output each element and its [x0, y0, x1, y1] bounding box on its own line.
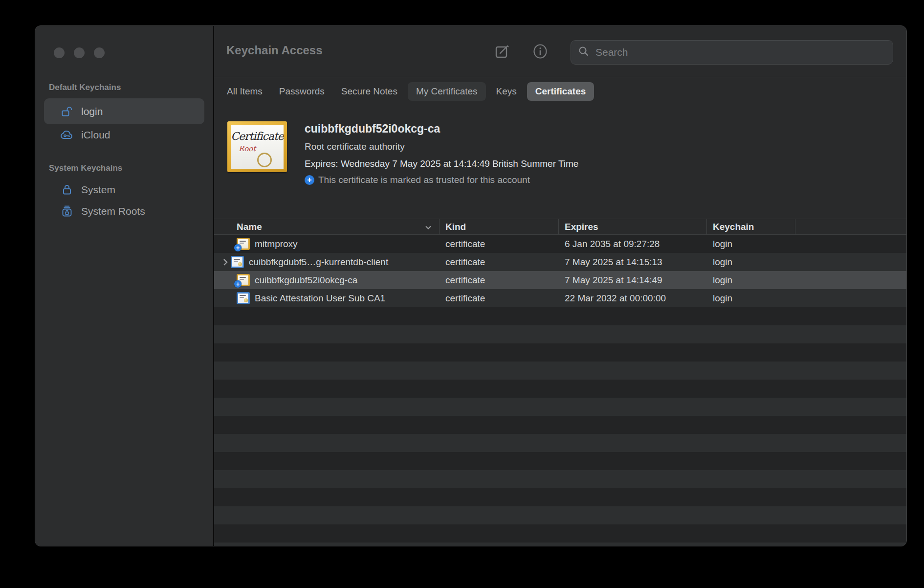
cell-kind: certificate [440, 239, 559, 249]
compose-icon [494, 43, 510, 61]
sidebar-item-label: iCloud [81, 129, 110, 141]
sidebar-section: Default KeychainsloginiCloud [35, 83, 213, 146]
column-header-kind[interactable]: Kind [440, 219, 559, 234]
tab-certificates[interactable]: Certificates [527, 82, 594, 101]
empty-row [214, 416, 906, 434]
certificate-icon-script: Certificate [231, 130, 284, 142]
column-header-label: Expires [565, 222, 598, 232]
lock-stack-icon [60, 205, 74, 218]
sidebar-item-system-roots[interactable]: System Roots [44, 201, 204, 222]
empty-row [214, 543, 906, 546]
titlebar: Keychain Access [214, 26, 906, 77]
tab-passwords[interactable]: Passwords [273, 82, 331, 101]
cell-kind: certificate [440, 257, 559, 268]
trusted-plus-badge-icon: + [234, 244, 242, 251]
tab-secure-notes[interactable]: Secure Notes [335, 82, 404, 101]
cell-name: cuibbfkgdubf5…g-kurrentdb-client [214, 253, 440, 271]
info-button[interactable] [531, 43, 550, 61]
table-row[interactable]: +mitmproxycertificate6 Jan 2035 at 09:27… [214, 235, 906, 253]
empty-row [214, 488, 906, 506]
tab-all-items[interactable]: All Items [220, 82, 269, 101]
column-header-expires[interactable]: Expires [559, 219, 707, 234]
sidebar-section-label: System Keychains [35, 163, 213, 173]
column-header-keychain[interactable]: Keychain [707, 219, 795, 234]
table-body: +mitmproxycertificate6 Jan 2035 at 09:27… [214, 235, 906, 546]
item-name: cuibbfkgdubf52i0okcg-ca [255, 275, 357, 286]
certificate-name: cuibbfkgdubf52i0okcg-ca [305, 122, 578, 136]
main-content: Keychain Access [214, 26, 906, 546]
root-certificate-trusted-icon: + [237, 238, 250, 250]
sidebar-item-login[interactable]: login [44, 98, 204, 124]
empty-row [214, 380, 906, 398]
empty-row [214, 398, 906, 416]
cell-kind: certificate [440, 275, 559, 286]
sidebar-section: System KeychainsSystemSystem Roots [35, 163, 213, 222]
compose-button[interactable] [493, 43, 511, 61]
cell-name: +mitmproxy [214, 235, 440, 253]
empty-row [214, 362, 906, 380]
search-icon [578, 45, 590, 59]
cell-expires: 7 May 2025 at 14:14:49 [559, 275, 707, 286]
cell-expires: 22 Mar 2032 at 00:00:00 [559, 293, 707, 304]
table-row[interactable]: cuibbfkgdubf5…g-kurrentdb-clientcertific… [214, 253, 906, 271]
certificate-large-icon: Certificate Root [227, 121, 287, 172]
empty-row [214, 506, 906, 524]
column-header-label: Keychain [713, 222, 754, 232]
tab-my-certificates[interactable]: My Certificates [408, 82, 486, 101]
certificate-trust-status: This certificate is marked as trusted fo… [318, 175, 530, 185]
info-icon [532, 43, 549, 61]
table-header: NameKindExpiresKeychain [214, 219, 906, 235]
certificate-seal-icon [257, 153, 272, 167]
empty-row [214, 524, 906, 543]
column-header-filler [795, 219, 906, 234]
cell-keychain: login [707, 257, 795, 268]
empty-row [214, 307, 906, 325]
sidebar-item-icloud[interactable]: iCloud [44, 124, 204, 146]
item-name: cuibbfkgdubf5…g-kurrentdb-client [249, 257, 388, 268]
sidebar-item-label: System [81, 184, 115, 196]
certificate-icon [237, 292, 250, 304]
minimize-window-button[interactable] [74, 47, 85, 58]
certificate-seal-icon [244, 298, 248, 302]
tab-keys[interactable]: Keys [490, 82, 523, 101]
certificate-detail-header: Certificate Root cuibbfkgdubf52i0okcg-ca… [214, 105, 906, 219]
sidebar-item-system[interactable]: System [44, 179, 204, 201]
item-name: mitmproxy [255, 239, 298, 249]
cell-expires: 7 May 2025 at 14:15:13 [559, 257, 707, 268]
certificate-icon-root-label: Root [239, 144, 284, 153]
keychain-access-window: Default KeychainsloginiCloudSystem Keych… [35, 25, 907, 546]
cell-keychain: login [707, 293, 795, 304]
sidebar: Default KeychainsloginiCloudSystem Keych… [35, 26, 214, 546]
window-controls [35, 26, 213, 58]
cell-keychain: login [707, 275, 795, 286]
empty-row [214, 452, 906, 470]
empty-row [214, 470, 906, 488]
close-window-button[interactable] [54, 47, 65, 58]
disclosure-chevron-icon[interactable] [214, 258, 231, 267]
cell-kind: certificate [440, 293, 559, 304]
empty-row [214, 343, 906, 362]
certificate-seal-icon [238, 262, 242, 266]
sidebar-sections: Default KeychainsloginiCloudSystem Keych… [35, 83, 213, 222]
column-header-label: Kind [445, 222, 466, 232]
cloud-key-icon [60, 129, 74, 141]
window-title: Keychain Access [226, 44, 323, 57]
search-field[interactable] [571, 40, 893, 65]
zoom-window-button[interactable] [94, 47, 105, 58]
search-input[interactable] [594, 46, 886, 59]
category-tabbar: All ItemsPasswordsSecure NotesMy Certifi… [214, 77, 906, 105]
empty-row [214, 434, 906, 452]
certificate-kind: Root certificate authority [305, 141, 578, 152]
column-header-name[interactable]: Name [214, 219, 440, 234]
root-certificate-trusted-icon: + [237, 274, 250, 286]
sidebar-item-label: login [81, 106, 103, 117]
cell-keychain: login [707, 239, 795, 249]
cell-name: Basic Attestation User Sub CA1 [214, 289, 440, 307]
cell-expires: 6 Jan 2035 at 09:27:28 [559, 239, 707, 249]
trusted-plus-badge-icon: + [234, 280, 242, 288]
empty-row [214, 325, 906, 343]
trusted-plus-icon: + [305, 175, 314, 185]
table-row[interactable]: +cuibbfkgdubf52i0okcg-cacertificate7 May… [214, 271, 906, 289]
table-row[interactable]: Basic Attestation User Sub CA1certificat… [214, 289, 906, 307]
sidebar-item-label: System Roots [81, 205, 145, 217]
